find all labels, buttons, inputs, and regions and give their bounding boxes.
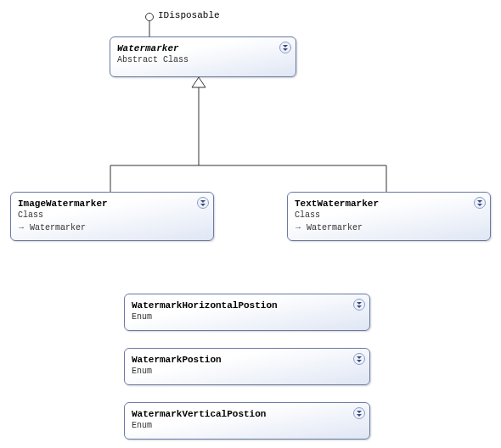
enum-title: WatermarkVerticalPostion bbox=[132, 408, 363, 420]
enum-box-postion[interactable]: WatermarkPostion Enum bbox=[124, 348, 370, 385]
class-base: → Watermarker bbox=[18, 222, 206, 233]
expand-icon[interactable] bbox=[353, 407, 365, 419]
class-box-watermarker[interactable]: Watermarker Abstract Class bbox=[110, 36, 296, 77]
class-base-name: Watermarker bbox=[307, 223, 363, 232]
expand-icon[interactable] bbox=[353, 299, 365, 311]
enum-box-horizontal[interactable]: WatermarkHorizontalPostion Enum bbox=[124, 294, 370, 331]
class-base-name: Watermarker bbox=[30, 223, 86, 232]
class-stereotype: Class bbox=[18, 210, 206, 221]
class-box-text-watermarker[interactable]: TextWatermarker Class → Watermarker bbox=[287, 192, 491, 241]
enum-box-vertical[interactable]: WatermarkVerticalPostion Enum bbox=[124, 402, 370, 440]
expand-icon[interactable] bbox=[197, 197, 209, 209]
class-box-image-watermarker[interactable]: ImageWatermarker Class → Watermarker bbox=[10, 192, 214, 241]
class-title: Watermarker bbox=[117, 42, 289, 54]
enum-stereotype: Enum bbox=[132, 420, 363, 431]
class-title: TextWatermarker bbox=[295, 198, 483, 210]
enum-title: WatermarkPostion bbox=[132, 354, 363, 366]
expand-icon[interactable] bbox=[279, 42, 291, 53]
class-stereotype: Abstract Class bbox=[117, 54, 289, 65]
interface-lollipop bbox=[145, 13, 154, 21]
svg-marker-1 bbox=[192, 77, 205, 87]
enum-title: WatermarkHorizontalPostion bbox=[132, 300, 363, 311]
class-base: → Watermarker bbox=[295, 222, 483, 233]
enum-stereotype: Enum bbox=[132, 311, 363, 322]
expand-icon[interactable] bbox=[353, 353, 365, 365]
expand-icon[interactable] bbox=[474, 197, 486, 209]
interface-label: IDisposable bbox=[158, 10, 220, 20]
class-title: ImageWatermarker bbox=[18, 198, 206, 210]
inherit-arrow-icon: → bbox=[18, 222, 25, 233]
enum-stereotype: Enum bbox=[132, 366, 363, 377]
class-stereotype: Class bbox=[295, 210, 483, 221]
inherit-arrow-icon: → bbox=[295, 222, 301, 233]
